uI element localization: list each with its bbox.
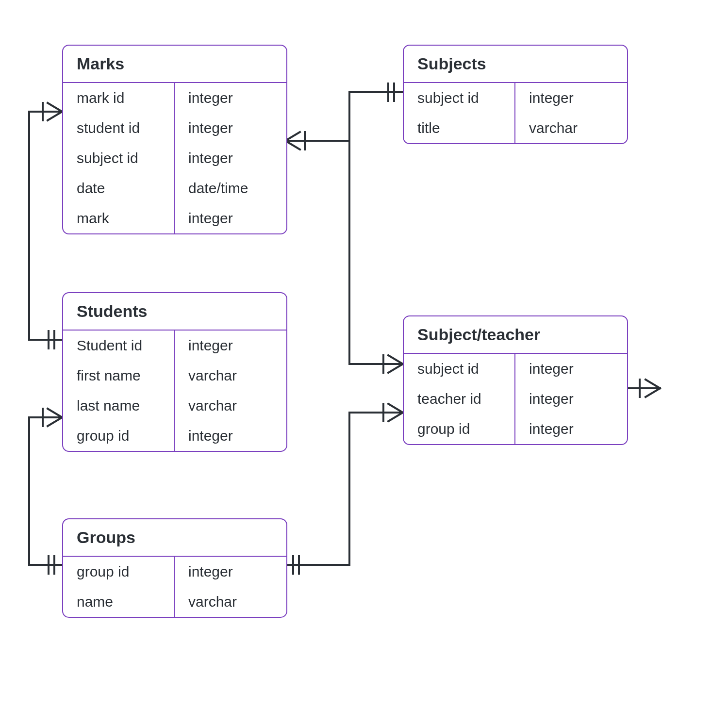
entity-title: Subjects [404,46,627,83]
entity-fields: group id integer name varchar [63,557,286,617]
entity-fields: subject id integer teacher id integer gr… [404,354,627,444]
field-name: group id [63,557,175,587]
field-type: integer [175,143,286,173]
entity-marks[interactable]: Marks mark id integer student id integer… [62,45,287,234]
field-type: integer [515,384,627,414]
field-name: date [63,173,175,203]
field-name: teacher id [404,384,515,414]
field-type: date/time [175,173,286,203]
field-name: last name [63,391,175,421]
entity-subject-teacher[interactable]: Subject/teacher subject id integer teach… [403,315,628,445]
field-name: subject id [63,143,175,173]
er-diagram-canvas: { "diagram": { "type": "entity-relations… [0,0,728,728]
entity-title: Marks [63,46,286,83]
field-name: group id [63,421,175,451]
field-type: integer [175,421,286,451]
field-name: subject id [404,354,515,384]
field-name: name [63,587,175,617]
entity-title: Students [63,293,286,331]
field-type: varchar [515,113,627,143]
rel-subjects-subjectteacher [349,141,403,373]
entity-fields: mark id integer student id integer subje… [63,83,286,233]
field-name: mark [63,203,175,233]
field-type: integer [175,203,286,233]
entity-students[interactable]: Students Student id integer first name v… [62,292,287,452]
field-type: integer [515,83,627,113]
field-type: integer [515,354,627,384]
field-name: first name [63,361,175,391]
rel-groups-students [29,409,62,574]
entity-groups[interactable]: Groups group id integer name varchar [62,518,287,618]
field-type: integer [175,113,286,143]
field-type: varchar [175,587,286,617]
entity-fields: Student id integer first name varchar la… [63,331,286,451]
entity-fields: subject id integer title varchar [404,83,627,143]
entity-title: Subject/teacher [404,316,627,354]
field-type: integer [515,414,627,444]
rel-groups-subjectteacher [285,404,403,574]
field-name: subject id [404,83,515,113]
field-name: mark id [63,83,175,113]
field-name: Student id [63,331,175,361]
rel-teachers-subjectteacher [626,380,660,397]
rel-students-marks [29,103,62,348]
rel-subjects-marks [285,83,403,149]
field-type: integer [175,557,286,587]
field-type: varchar [175,361,286,391]
field-type: varchar [175,391,286,421]
entity-title: Groups [63,519,286,557]
field-name: group id [404,414,515,444]
entity-subjects[interactable]: Subjects subject id integer title varcha… [403,45,628,144]
field-name: student id [63,113,175,143]
field-type: integer [175,331,286,361]
field-name: title [404,113,515,143]
field-type: integer [175,83,286,113]
